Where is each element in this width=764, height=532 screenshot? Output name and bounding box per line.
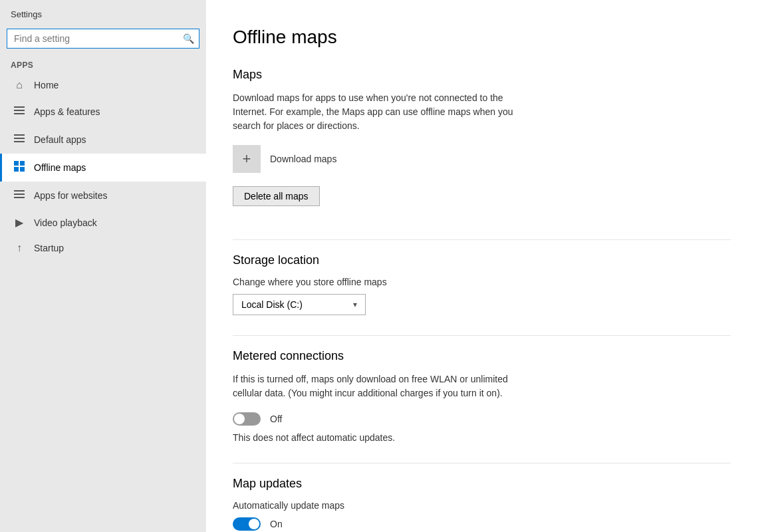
sidebar-item-apps-websites[interactable]: Apps for websites (0, 182, 206, 209)
sidebar-item-offline-maps-label: Offline maps (34, 162, 86, 173)
svg-rect-1 (14, 110, 25, 111)
svg-rect-11 (14, 194, 25, 195)
offline-maps-icon (13, 160, 26, 175)
svg-rect-12 (14, 197, 25, 198)
maps-section-title: Maps (233, 68, 731, 82)
metered-toggle[interactable] (233, 412, 261, 426)
metered-toggle-row: Off (233, 412, 731, 426)
svg-rect-9 (20, 167, 25, 172)
metered-toggle-label: Off (270, 414, 282, 424)
sidebar-item-startup[interactable]: ↑ Startup (0, 235, 206, 261)
sidebar-item-default-apps[interactable]: Default apps (0, 126, 206, 154)
svg-rect-7 (20, 161, 25, 166)
delete-all-maps-button[interactable]: Delete all maps (233, 186, 320, 206)
updates-toggle-label: On (270, 519, 283, 529)
auto-update-label: Automatically update maps (233, 500, 731, 511)
sidebar-item-home[interactable]: ⌂ Home (0, 72, 206, 98)
storage-dropdown-value: Local Disk (C:) (241, 299, 303, 310)
metered-section-desc: If this is turned off, maps only downloa… (233, 372, 519, 400)
sidebar-item-default-apps-label: Default apps (34, 134, 86, 145)
startup-icon: ↑ (13, 242, 26, 254)
updates-toggle-row: On (233, 517, 731, 531)
download-maps-plus-button[interactable]: + (233, 145, 261, 173)
search-input[interactable] (7, 29, 199, 49)
sidebar-item-apps-websites-label: Apps for websites (34, 190, 108, 201)
svg-rect-4 (14, 138, 25, 139)
app-title: Settings (0, 0, 206, 26)
download-maps-label: Download maps (270, 154, 336, 164)
sidebar-item-offline-maps[interactable]: Offline maps (0, 154, 206, 182)
maps-section-desc: Download maps for apps to use when you'r… (233, 91, 519, 133)
svg-rect-3 (14, 134, 25, 136)
updates-section-title: Map updates (233, 477, 731, 491)
video-playback-icon: ▶ (13, 216, 26, 229)
storage-change-label: Change where you store offline maps (233, 277, 731, 287)
svg-rect-2 (14, 113, 25, 114)
svg-rect-8 (14, 167, 19, 172)
svg-rect-0 (14, 106, 25, 108)
sidebar-item-apps-features[interactable]: Apps & features (0, 98, 206, 126)
download-maps-row: + Download maps (233, 145, 731, 173)
search-container: 🔍 (7, 29, 199, 49)
sidebar-item-video-playback-label: Video playback (34, 217, 97, 228)
home-icon: ⌂ (13, 79, 26, 91)
svg-rect-10 (14, 190, 25, 192)
chevron-down-icon: ▾ (353, 300, 357, 309)
svg-rect-6 (14, 161, 19, 166)
sidebar-section-label: Apps (0, 55, 206, 72)
metered-note: This does not affect automatic updates. (233, 432, 519, 443)
updates-toggle[interactable] (233, 517, 261, 531)
divider-1 (233, 239, 731, 240)
divider-3 (233, 463, 731, 464)
divider-2 (233, 335, 731, 336)
sidebar-item-startup-label: Startup (34, 243, 64, 253)
toggle-knob (234, 414, 245, 424)
sidebar-item-video-playback[interactable]: ▶ Video playback (0, 209, 206, 235)
sidebar: Settings 🔍 Apps ⌂ Home Apps & features D… (0, 0, 206, 532)
apps-websites-icon (13, 188, 26, 203)
metered-section-title: Metered connections (233, 349, 731, 363)
sidebar-item-home-label: Home (34, 80, 59, 90)
apps-features-icon (13, 104, 26, 119)
main-content: Offline maps Maps Download maps for apps… (206, 0, 764, 532)
page-title: Offline maps (233, 27, 731, 48)
default-apps-icon (13, 132, 26, 147)
storage-location-dropdown[interactable]: Local Disk (C:) ▾ (233, 294, 366, 315)
storage-section-title: Storage location (233, 253, 731, 267)
sidebar-item-apps-features-label: Apps & features (34, 106, 100, 117)
toggle-knob-updates (249, 519, 259, 529)
svg-rect-5 (14, 141, 25, 142)
